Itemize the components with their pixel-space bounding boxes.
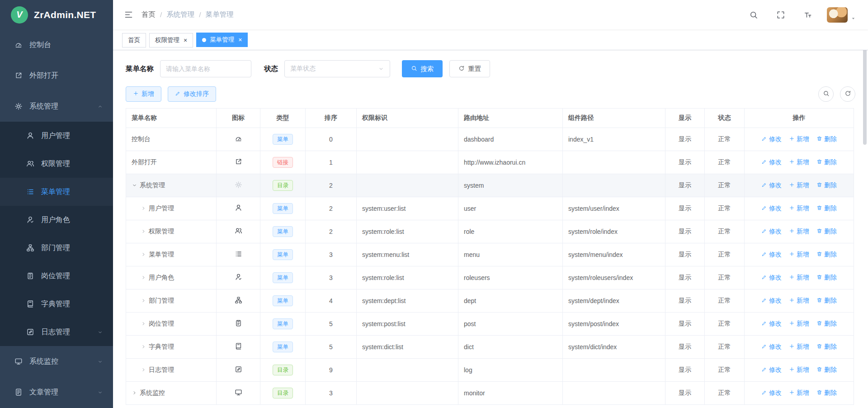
sidebar-item-users[interactable]: 权限管理 <box>0 150 113 178</box>
fullscreen-icon[interactable] <box>773 7 789 23</box>
add-op-link[interactable]: 新增 <box>789 158 809 166</box>
add-op-link[interactable]: 新增 <box>789 251 809 259</box>
delete-op-link[interactable]: 删除 <box>816 389 837 397</box>
user-avatar[interactable] <box>827 7 848 23</box>
font-size-icon[interactable] <box>800 7 816 23</box>
perm-cell: system:user:list <box>357 197 458 220</box>
sidebar-item-user-role[interactable]: 用户角色 <box>0 206 113 234</box>
app-logo[interactable]: V ZrAdmin.NET <box>0 0 113 29</box>
breadcrumb-home[interactable]: 首页 <box>142 10 156 19</box>
sidebar-item-user[interactable]: 用户管理 <box>0 122 113 150</box>
add-op-link[interactable]: 新增 <box>789 320 809 328</box>
edit-op-link[interactable]: 修改 <box>761 320 782 328</box>
edit-op-link[interactable]: 修改 <box>761 204 782 213</box>
external-link-icon <box>235 158 242 166</box>
tree-expand-chevron-right-icon[interactable] <box>141 205 149 211</box>
add-op-link[interactable]: 新增 <box>789 389 809 397</box>
delete-op-link[interactable]: 删除 <box>816 158 837 166</box>
edit-op-link[interactable]: 修改 <box>761 228 782 236</box>
table-column-header: 权限标识 <box>357 109 458 128</box>
delete-op-link[interactable]: 删除 <box>816 228 837 236</box>
tab-首页[interactable]: 首页 <box>122 33 146 47</box>
edit-op-link[interactable]: 修改 <box>761 251 782 259</box>
table-refresh-button[interactable] <box>840 86 855 102</box>
tab-菜单管理[interactable]: 菜单管理× <box>196 33 248 47</box>
edit-op-link[interactable]: 修改 <box>761 366 782 374</box>
edit-sort-button[interactable]: 修改排序 <box>168 86 216 102</box>
post-badge-icon <box>25 272 35 280</box>
menu-name-input[interactable] <box>166 65 245 72</box>
close-icon[interactable]: × <box>184 37 187 43</box>
sidebar-item-monitor[interactable]: 系统监控 <box>0 346 113 377</box>
add-op-link[interactable]: 新增 <box>789 228 809 236</box>
tab-权限管理[interactable]: 权限管理× <box>149 33 193 47</box>
tree-expand-chevron-right-icon[interactable] <box>141 228 149 234</box>
add-op-link[interactable]: 新增 <box>789 181 809 190</box>
delete-op-link[interactable]: 删除 <box>816 204 837 213</box>
edit-op-link[interactable]: 修改 <box>761 343 782 351</box>
edit-op-link[interactable]: 修改 <box>761 274 782 282</box>
external-link-icon <box>14 71 24 80</box>
delete-op-link[interactable]: 删除 <box>816 366 837 374</box>
plus-icon <box>789 366 795 374</box>
operations-cell: 修改新增删除 <box>745 128 854 151</box>
sidebar-item-article[interactable]: 文章管理 <box>0 377 113 408</box>
tree-expand-chevron-right-icon[interactable] <box>141 298 149 304</box>
tree-expand-chevron-right-icon[interactable] <box>141 321 149 327</box>
add-op-link[interactable]: 新增 <box>789 135 809 143</box>
status-cell: 正常 <box>705 313 745 336</box>
delete-op-link[interactable]: 删除 <box>816 297 837 305</box>
sidebar-item-dict-book[interactable]: 字典管理 <box>0 290 113 318</box>
menu-fold-icon[interactable] <box>120 6 137 23</box>
edit-op-link[interactable]: 修改 <box>761 297 782 305</box>
op-label: 新增 <box>797 228 809 236</box>
sidebar-item-external-link[interactable]: 外部打开 <box>0 60 113 91</box>
menu-name-cell: 控制台 <box>126 128 217 151</box>
tree-expand-chevron-right-icon[interactable] <box>141 344 149 350</box>
status-select[interactable]: 菜单状态 <box>284 60 390 77</box>
op-label: 修改 <box>769 204 782 213</box>
edit-op-link[interactable]: 修改 <box>761 389 782 397</box>
add-op-link[interactable]: 新增 <box>789 366 809 374</box>
sidebar-item-log-edit[interactable]: 日志管理 <box>0 318 113 346</box>
delete-op-link[interactable]: 删除 <box>816 135 837 143</box>
edit-op-link[interactable]: 修改 <box>761 158 782 166</box>
sidebar-item-post-badge[interactable]: 岗位管理 <box>0 262 113 290</box>
tree-expand-chevron-right-icon[interactable] <box>141 275 149 280</box>
menu-name-cell: 系统监控 <box>126 382 217 405</box>
perm-cell <box>357 174 458 197</box>
edit-op-link[interactable]: 修改 <box>761 135 782 143</box>
sidebar-item-menu-list[interactable]: 菜单管理 <box>0 178 113 206</box>
sidebar-item-gear[interactable]: 系统管理 <box>0 91 113 122</box>
show-search-toggle-button[interactable] <box>818 86 834 102</box>
op-label: 删除 <box>824 181 837 190</box>
add-op-link[interactable]: 新增 <box>789 343 809 351</box>
search-button[interactable]: 搜索 <box>402 60 443 77</box>
tree-expand-chevron-down-icon[interactable] <box>132 182 140 188</box>
table-row: 系统管理目录2system显示正常修改新增删除 <box>126 174 854 197</box>
add-button[interactable]: 新增 <box>126 86 161 102</box>
sort-cell: 1 <box>306 151 357 174</box>
delete-op-link[interactable]: 删除 <box>816 320 837 328</box>
delete-op-link[interactable]: 删除 <box>816 181 837 190</box>
tree-expand-chevron-right-icon[interactable] <box>141 367 149 373</box>
delete-op-link[interactable]: 删除 <box>816 274 837 282</box>
close-icon[interactable]: × <box>238 37 242 43</box>
add-op-link[interactable]: 新增 <box>789 204 809 213</box>
header-search-icon[interactable] <box>745 7 762 23</box>
edit-op-link[interactable]: 修改 <box>761 181 782 190</box>
reset-button[interactable]: 重置 <box>449 60 490 77</box>
tree-expand-chevron-right-icon[interactable] <box>141 251 149 257</box>
add-op-link[interactable]: 新增 <box>789 297 809 305</box>
route-cell: dept <box>458 289 563 313</box>
tree-expand-chevron-right-icon[interactable] <box>132 390 140 396</box>
add-op-link[interactable]: 新增 <box>789 274 809 282</box>
menu-name-cell: 菜单管理 <box>126 243 217 266</box>
user-menu[interactable] <box>827 7 856 23</box>
delete-op-link[interactable]: 删除 <box>816 251 837 259</box>
delete-op-link[interactable]: 删除 <box>816 343 837 351</box>
sidebar-item-dept-tree[interactable]: 部门管理 <box>0 234 113 262</box>
perm-cell: system:dict:list <box>357 336 458 359</box>
sidebar-item-dashboard[interactable]: 控制台 <box>0 29 113 60</box>
op-label: 删除 <box>824 320 837 328</box>
